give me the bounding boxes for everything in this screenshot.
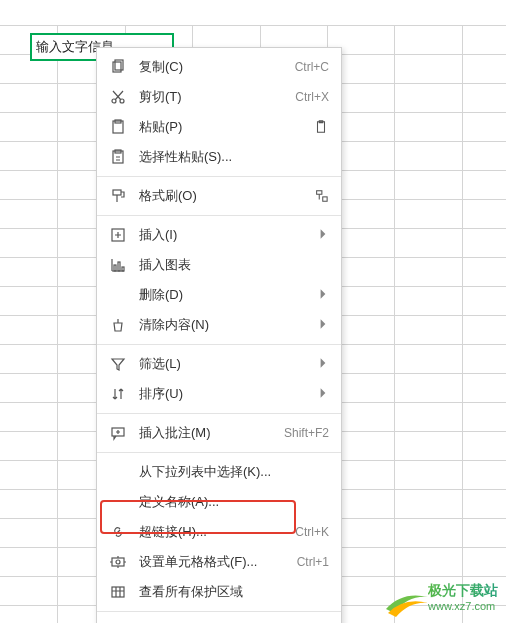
separator [97, 344, 341, 345]
menu-format-painter[interactable]: 格式刷(O) [97, 181, 341, 211]
chevron-right-icon [317, 387, 329, 402]
paste-special-icon [109, 148, 127, 166]
menu-insert-comment[interactable]: 插入批注(M) Shift+F2 [97, 418, 341, 448]
svg-rect-15 [122, 267, 124, 271]
menu-clear-label: 清除内容(N) [139, 316, 311, 334]
menu-sort-label: 排序(U) [139, 385, 311, 403]
clear-icon [109, 316, 127, 334]
menu-protect-area[interactable]: 查看所有保护区域 [97, 577, 341, 607]
insert-icon [109, 226, 127, 244]
menu-hyperlink-label: 超链接(H)... [139, 523, 287, 541]
menu-insert[interactable]: 插入(I) [97, 220, 341, 250]
menu-format-painter-label: 格式刷(O) [139, 187, 313, 205]
hyperlink-icon [109, 523, 127, 541]
menu-filter-label: 筛选(L) [139, 355, 311, 373]
watermark-url: www.xz7.com [428, 600, 495, 612]
copy-icon [109, 58, 127, 76]
menu-clear[interactable]: 清除内容(N) [97, 310, 341, 340]
menu-sort[interactable]: 排序(U) [97, 379, 341, 409]
menu-insert-comment-shortcut: Shift+F2 [284, 426, 329, 440]
context-menu: 复制(C) Ctrl+C 剪切(T) Ctrl+X 粘贴(P) 选择性粘贴(S)… [96, 47, 342, 623]
watermark-title: 极光下载站 [428, 582, 498, 600]
separator [97, 215, 341, 216]
watermark: 极光下载站 www.xz7.com [384, 579, 502, 619]
blank-icon [109, 463, 127, 481]
menu-insert-label: 插入(I) [139, 226, 311, 244]
chevron-right-icon [317, 228, 329, 243]
protect-icon [109, 583, 127, 601]
cut-icon [109, 88, 127, 106]
chevron-right-icon [317, 357, 329, 372]
chevron-right-icon [317, 318, 329, 333]
menu-dropdown-select[interactable]: 从下拉列表中选择(K)... [97, 457, 341, 487]
menu-insert-comment-label: 插入批注(M) [139, 424, 276, 442]
menu-delete[interactable]: 删除(D) [97, 280, 341, 310]
menu-paste-special[interactable]: 选择性粘贴(S)... [97, 142, 341, 172]
menu-paste-label: 粘贴(P) [139, 118, 313, 136]
svg-rect-17 [112, 558, 124, 566]
menu-paste-special-label: 选择性粘贴(S)... [139, 148, 329, 166]
comment-icon [109, 424, 127, 442]
menu-copy-shortcut: Ctrl+C [295, 60, 329, 74]
format-painter-done-icon [313, 188, 329, 204]
menu-hyperlink-shortcut: Ctrl+K [295, 525, 329, 539]
menu-paste[interactable]: 粘贴(P) [97, 112, 341, 142]
menu-cell-format[interactable]: 设置单元格格式(F)... Ctrl+1 [97, 547, 341, 577]
format-painter-icon [109, 187, 127, 205]
menu-delete-label: 删除(D) [139, 286, 311, 304]
svg-rect-9 [113, 190, 121, 195]
separator [97, 452, 341, 453]
menu-cut-shortcut: Ctrl+X [295, 90, 329, 104]
separator [97, 413, 341, 414]
paste-icon [109, 118, 127, 136]
clipboard-icon [313, 119, 329, 135]
svg-rect-14 [118, 262, 120, 271]
menu-protect-area-label: 查看所有保护区域 [139, 583, 329, 601]
svg-rect-10 [317, 191, 322, 195]
menu-insert-chart-label: 插入图表 [139, 256, 329, 274]
separator [97, 176, 341, 177]
svg-rect-19 [112, 587, 124, 597]
menu-copy-label: 复制(C) [139, 58, 287, 76]
menu-table-beautify[interactable]: 表格整理美化 [97, 616, 341, 623]
svg-rect-13 [114, 265, 116, 271]
sort-icon [109, 385, 127, 403]
menu-copy[interactable]: 复制(C) Ctrl+C [97, 52, 341, 82]
menu-cell-format-label: 设置单元格格式(F)... [139, 553, 289, 571]
blank-icon [109, 493, 127, 511]
menu-insert-chart[interactable]: 插入图表 [97, 250, 341, 280]
menu-define-name-label: 定义名称(A)... [139, 493, 329, 511]
watermark-logo-icon [384, 587, 430, 617]
menu-hyperlink[interactable]: 超链接(H)... Ctrl+K [97, 517, 341, 547]
svg-rect-6 [318, 122, 325, 133]
menu-dropdown-select-label: 从下拉列表中选择(K)... [139, 463, 329, 481]
menu-filter[interactable]: 筛选(L) [97, 349, 341, 379]
cell-format-icon [109, 553, 127, 571]
svg-rect-11 [323, 197, 327, 201]
menu-define-name[interactable]: 定义名称(A)... [97, 487, 341, 517]
chart-icon [109, 256, 127, 274]
menu-cut[interactable]: 剪切(T) Ctrl+X [97, 82, 341, 112]
blank-icon [109, 286, 127, 304]
menu-cut-label: 剪切(T) [139, 88, 287, 106]
separator [97, 611, 341, 612]
menu-cell-format-shortcut: Ctrl+1 [297, 555, 329, 569]
svg-point-18 [116, 560, 120, 564]
filter-icon [109, 355, 127, 373]
chevron-right-icon [317, 288, 329, 303]
